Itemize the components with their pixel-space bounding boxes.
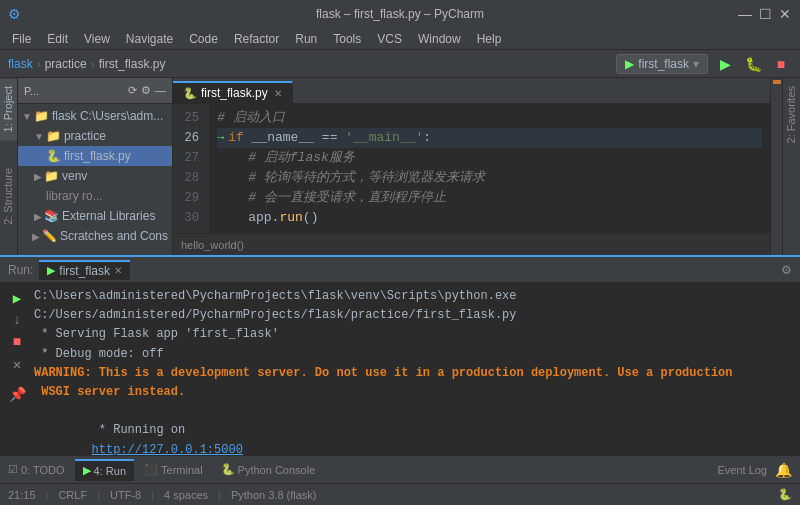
menu-item-file[interactable]: File bbox=[4, 28, 39, 50]
line-num-27: 27 bbox=[173, 148, 203, 168]
tree-label-scratches: Scratches and Cons bbox=[60, 229, 168, 243]
project-panel-header: P... ⟳ ⚙ — bbox=[18, 78, 172, 104]
menu-item-code[interactable]: Code bbox=[181, 28, 226, 50]
comment-28: # 轮询等待的方式，等待浏览器发来请求 bbox=[217, 168, 485, 188]
sidebar-tab-favorites[interactable]: 2: Favorites bbox=[783, 78, 800, 151]
rerun-button[interactable]: ▶ bbox=[8, 289, 26, 307]
scroll-to-end-button[interactable]: ↓ bbox=[8, 311, 26, 329]
menu-item-view[interactable]: View bbox=[76, 28, 118, 50]
project-panel: P... ⟳ ⚙ — ▼ 📁 flask C:\Users\adm... ▼ 📁… bbox=[18, 78, 173, 255]
todo-icon: ☑ bbox=[8, 463, 18, 476]
stop-button[interactable]: ■ bbox=[770, 53, 792, 75]
out-line-2: C:/Users/administered/PycharmProjects/fl… bbox=[34, 306, 792, 325]
event-log[interactable]: Event Log bbox=[717, 464, 767, 476]
sync-icon[interactable]: ⟳ bbox=[128, 84, 137, 97]
app-icon: ⚙ bbox=[8, 6, 21, 22]
code-editor[interactable]: 25 26 27 28 29 30 # 启动入口 → if __name__ =… bbox=[173, 104, 770, 233]
folder-icon: 📁 bbox=[34, 109, 49, 123]
sep1: | bbox=[46, 489, 49, 501]
encoding[interactable]: UTF-8 bbox=[110, 489, 141, 501]
run-tab-close[interactable]: ✕ bbox=[114, 265, 122, 276]
title-bar-left: ⚙ bbox=[8, 6, 21, 22]
window-title: flask – first_flask.py – PyCharm bbox=[316, 7, 484, 21]
bottom-tool-tabs: ☑ 0: TODO ▶ 4: Run ⬛ Terminal 🐍 Python C… bbox=[0, 459, 709, 481]
breadcrumb-practice[interactable]: practice bbox=[45, 57, 87, 71]
menu-item-edit[interactable]: Edit bbox=[39, 28, 76, 50]
breadcrumb-flask[interactable]: flask bbox=[8, 57, 33, 71]
bottom-tab-terminal[interactable]: ⬛ Terminal bbox=[136, 459, 211, 481]
out-line-warning: WARNING: This is a development server. D… bbox=[34, 364, 792, 383]
sidebar-tab-structure[interactable]: 2: Structure bbox=[0, 160, 17, 233]
run-config-tab-label: first_flask bbox=[59, 264, 110, 278]
pin-button[interactable]: 📌 bbox=[8, 385, 26, 403]
todo-label: 0: TODO bbox=[21, 464, 65, 476]
tree-label-practice: practice bbox=[64, 129, 106, 143]
debug-button[interactable]: 🐛 bbox=[742, 53, 764, 75]
library-icon: 📚 bbox=[44, 209, 59, 223]
menu-item-help[interactable]: Help bbox=[469, 28, 510, 50]
bottom-panel: Run: ▶ first_flask ✕ ⚙ ▶ ↓ ■ ✕ 📌 C:\User… bbox=[0, 255, 800, 455]
project-tree: ▼ 📁 flask C:\Users\adm... ▼ 📁 practice 🐍… bbox=[18, 104, 172, 255]
indent-setting[interactable]: 4 spaces bbox=[164, 489, 208, 501]
tree-label-library: library ro... bbox=[46, 189, 103, 203]
tab-close-button[interactable]: ✕ bbox=[274, 88, 282, 99]
menu-item-run[interactable]: Run bbox=[287, 28, 325, 50]
bottom-tab-run[interactable]: ▶ 4: Run bbox=[75, 459, 134, 481]
colon: : bbox=[423, 128, 431, 148]
run-output: C:\Users\administered\PycharmProjects\fl… bbox=[34, 287, 792, 451]
function-hint: hello_world() bbox=[181, 239, 244, 251]
panel-settings-button[interactable]: ⚙ bbox=[781, 263, 792, 277]
menu-item-window[interactable]: Window bbox=[410, 28, 469, 50]
minimize-panel-icon[interactable]: — bbox=[155, 84, 166, 97]
run-button[interactable]: ▶ bbox=[714, 53, 736, 75]
keyword-if: if bbox=[228, 128, 244, 148]
line-num-30: 30 bbox=[173, 208, 203, 228]
run-config-selector[interactable]: ▶ first_flask ▾ bbox=[616, 54, 708, 74]
scroll-mark bbox=[773, 80, 781, 84]
run-config-name: first_flask bbox=[638, 57, 689, 71]
tree-label-external-libs: External Libraries bbox=[62, 209, 155, 223]
tree-item-flask[interactable]: ▼ 📁 flask C:\Users\adm... bbox=[18, 106, 172, 126]
comment-27: # 启动flask服务 bbox=[217, 148, 355, 168]
line-num-29: 29 bbox=[173, 188, 203, 208]
tree-item-library[interactable]: library ro... bbox=[18, 186, 172, 206]
right-scroll-area[interactable] bbox=[770, 78, 782, 255]
close-run-button[interactable]: ✕ bbox=[8, 355, 26, 373]
python-version[interactable]: Python 3.8 (flask) bbox=[231, 489, 317, 501]
code-line-28: # 轮询等待的方式，等待浏览器发来请求 bbox=[217, 168, 762, 188]
status-right: Event Log 🔔 bbox=[709, 462, 800, 478]
maximize-button[interactable]: ☐ bbox=[758, 7, 772, 21]
editor-tab-first-flask[interactable]: 🐍 first_flask.py ✕ bbox=[173, 81, 293, 103]
close-button[interactable]: ✕ bbox=[778, 7, 792, 21]
breadcrumb-file[interactable]: first_flask.py bbox=[99, 57, 166, 71]
menu-item-vcs[interactable]: VCS bbox=[369, 28, 410, 50]
operator: == bbox=[322, 128, 338, 148]
settings-icon[interactable]: ⚙ bbox=[141, 84, 151, 97]
menu-item-tools[interactable]: Tools bbox=[325, 28, 369, 50]
arrow-icon: ▶ bbox=[34, 171, 42, 182]
menu-item-refactor[interactable]: Refactor bbox=[226, 28, 287, 50]
python-tab-icon: 🐍 bbox=[183, 87, 197, 100]
line-separator[interactable]: CRLF bbox=[58, 489, 87, 501]
var-name: __name__ bbox=[244, 128, 322, 148]
code-line-26: → if __name__ == '__main__' : bbox=[217, 128, 762, 148]
folder-icon: 📁 bbox=[44, 169, 59, 183]
stop-run-button[interactable]: ■ bbox=[8, 333, 26, 351]
sidebar-tab-project[interactable]: 1: Project bbox=[0, 78, 17, 140]
run-config-tab[interactable]: ▶ first_flask ✕ bbox=[39, 260, 130, 280]
tree-item-external-libs[interactable]: ▶ 📚 External Libraries bbox=[18, 206, 172, 226]
code-content[interactable]: # 启动入口 → if __name__ == '__main__' : # 启… bbox=[209, 104, 770, 233]
tree-item-scratches[interactable]: ▶ ✏️ Scratches and Cons bbox=[18, 226, 172, 246]
tree-item-practice[interactable]: ▼ 📁 practice bbox=[18, 126, 172, 146]
tree-item-first-flask[interactable]: 🐍 first_flask.py bbox=[18, 146, 172, 166]
minimize-button[interactable]: — bbox=[738, 7, 752, 21]
editor-area: 🐍 first_flask.py ✕ 25 26 27 28 29 30 # 启… bbox=[173, 78, 770, 255]
server-link[interactable]: http://127.0.0.1:5000 bbox=[92, 443, 243, 456]
bottom-tab-python-console[interactable]: 🐍 Python Console bbox=[213, 459, 324, 481]
out-line-4: * Debug mode: off bbox=[34, 345, 792, 364]
bottom-tab-todo[interactable]: ☑ 0: TODO bbox=[0, 459, 73, 481]
tree-item-venv[interactable]: ▶ 📁 venv bbox=[18, 166, 172, 186]
sep4: | bbox=[218, 489, 221, 501]
main-area: 1: Project 2: Structure P... ⟳ ⚙ — ▼ 📁 f… bbox=[0, 78, 800, 255]
menu-item-navigate[interactable]: Navigate bbox=[118, 28, 181, 50]
